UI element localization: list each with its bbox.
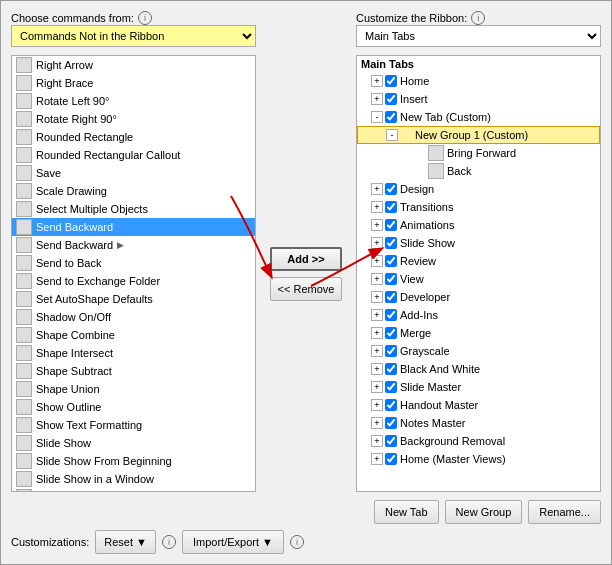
new-group-button[interactable]: New Group [445, 500, 523, 524]
tree-item[interactable]: +Home (Master Views) [357, 450, 600, 468]
tree-item-checkbox[interactable] [385, 453, 397, 465]
tree-item-checkbox[interactable] [385, 363, 397, 375]
ribbon-dropdown[interactable]: Main Tabs [356, 25, 601, 47]
tree-expand-button[interactable]: + [371, 219, 383, 231]
list-item[interactable]: Save [12, 164, 255, 182]
tree-item-checkbox[interactable] [385, 291, 397, 303]
tree-item-checkbox[interactable] [385, 183, 397, 195]
commands-dropdown[interactable]: Commands Not in the Ribbon [11, 25, 256, 47]
tree-expand-button[interactable]: + [371, 363, 383, 375]
tree-item[interactable]: +Animations [357, 216, 600, 234]
tree-item-checkbox[interactable] [385, 327, 397, 339]
tree-item[interactable]: +Review [357, 252, 600, 270]
tree-expand-button[interactable]: - [386, 129, 398, 141]
tree-expand-button[interactable]: + [371, 345, 383, 357]
ribbon-tree[interactable]: Main Tabs+Home+Insert-New Tab (Custom)-N… [356, 55, 601, 492]
tree-item-checkbox[interactable] [385, 399, 397, 411]
tree-expand-button[interactable]: + [371, 237, 383, 249]
import-export-info-icon[interactable]: i [290, 535, 304, 549]
tree-expand-button[interactable]: - [371, 111, 383, 123]
list-item[interactable]: Right Brace [12, 74, 255, 92]
list-item[interactable]: Send Backward [12, 218, 255, 236]
tree-item[interactable]: +Notes Master [357, 414, 600, 432]
tree-item-checkbox[interactable] [385, 273, 397, 285]
tree-expand-button[interactable]: + [371, 453, 383, 465]
list-item[interactable]: Rotate Left 90° [12, 92, 255, 110]
list-item[interactable]: Send to Exchange Folder [12, 272, 255, 290]
tree-item[interactable]: +Developer [357, 288, 600, 306]
list-item[interactable]: Slide Show in a Window [12, 470, 255, 488]
tree-item[interactable]: -New Group 1 (Custom) [357, 126, 600, 144]
tree-item[interactable]: +Background Removal [357, 432, 600, 450]
tree-expand-button[interactable]: + [371, 273, 383, 285]
tree-item[interactable]: +View [357, 270, 600, 288]
add-button[interactable]: Add >> [270, 247, 342, 271]
tree-item-checkbox[interactable] [385, 381, 397, 393]
tree-expand-button[interactable]: + [371, 381, 383, 393]
list-item[interactable]: Rounded Rectangle [12, 128, 255, 146]
tree-item[interactable]: +Slide Show [357, 234, 600, 252]
tree-item-checkbox[interactable] [385, 435, 397, 447]
list-item[interactable]: Rounded Rectangular Callout [12, 146, 255, 164]
tree-expand-button[interactable]: + [371, 399, 383, 411]
list-item[interactable]: Slide Show From Beginning [12, 452, 255, 470]
list-item[interactable]: Set AutoShape Defaults [12, 290, 255, 308]
tree-item[interactable]: +Merge [357, 324, 600, 342]
tree-expand-button[interactable]: + [371, 201, 383, 213]
import-export-button[interactable]: Import/Export ▼ [182, 530, 284, 554]
tree-item-checkbox[interactable] [385, 111, 397, 123]
list-item[interactable]: Show Text Formatting [12, 416, 255, 434]
commands-list[interactable]: Right ArrowRight BraceRotate Left 90°Rot… [11, 55, 256, 492]
tree-item-checkbox[interactable] [385, 93, 397, 105]
remove-button[interactable]: << Remove [270, 277, 342, 301]
right-info-icon[interactable]: i [471, 11, 485, 25]
tree-item[interactable]: +Design [357, 180, 600, 198]
tree-item[interactable]: +Insert [357, 90, 600, 108]
list-item[interactable]: Shape Combine [12, 326, 255, 344]
tree-expand-button[interactable]: + [371, 291, 383, 303]
list-item[interactable]: Slide View [12, 488, 255, 492]
reset-button[interactable]: Reset ▼ [95, 530, 156, 554]
list-item[interactable]: Rotate Right 90° [12, 110, 255, 128]
tree-item-checkbox[interactable] [385, 255, 397, 267]
list-item[interactable]: Select Multiple Objects [12, 200, 255, 218]
list-item[interactable]: Shape Subtract [12, 362, 255, 380]
tree-item[interactable]: +Transitions [357, 198, 600, 216]
list-item[interactable]: Show Outline [12, 398, 255, 416]
tree-item[interactable]: +Grayscale [357, 342, 600, 360]
tree-item-checkbox[interactable] [385, 345, 397, 357]
tree-item-checkbox[interactable] [385, 219, 397, 231]
tree-item-checkbox[interactable] [385, 75, 397, 87]
list-item[interactable]: Shape Union [12, 380, 255, 398]
list-item[interactable]: Shadow On/Off [12, 308, 255, 326]
tree-item-checkbox[interactable] [385, 237, 397, 249]
list-item[interactable]: Right Arrow [12, 56, 255, 74]
tree-item[interactable]: +Add-Ins [357, 306, 600, 324]
tree-expand-button[interactable]: + [371, 327, 383, 339]
tree-expand-button[interactable]: + [371, 75, 383, 87]
tree-item[interactable]: +Black And White [357, 360, 600, 378]
list-item[interactable]: Shape Intersect [12, 344, 255, 362]
tree-item-checkbox[interactable] [385, 309, 397, 321]
tree-item[interactable]: +Handout Master [357, 396, 600, 414]
list-item[interactable]: Send Backward▶ [12, 236, 255, 254]
list-item[interactable]: Scale Drawing [12, 182, 255, 200]
list-item[interactable]: Slide Show [12, 434, 255, 452]
tree-expand-button[interactable]: + [371, 309, 383, 321]
rename-button[interactable]: Rename... [528, 500, 601, 524]
new-tab-button[interactable]: New Tab [374, 500, 439, 524]
tree-item[interactable]: Bring Forward [357, 144, 600, 162]
left-info-icon[interactable]: i [138, 11, 152, 25]
tree-expand-button[interactable]: + [371, 435, 383, 447]
tree-expand-button[interactable]: + [371, 255, 383, 267]
tree-item-checkbox[interactable] [385, 417, 397, 429]
tree-item[interactable]: +Home [357, 72, 600, 90]
tree-expand-button[interactable]: + [371, 183, 383, 195]
tree-expand-button[interactable]: + [371, 93, 383, 105]
tree-item[interactable]: Back [357, 162, 600, 180]
tree-item[interactable]: +Slide Master [357, 378, 600, 396]
list-item[interactable]: Send to Back [12, 254, 255, 272]
tree-expand-button[interactable]: + [371, 417, 383, 429]
tree-item[interactable]: -New Tab (Custom) [357, 108, 600, 126]
reset-info-icon[interactable]: i [162, 535, 176, 549]
